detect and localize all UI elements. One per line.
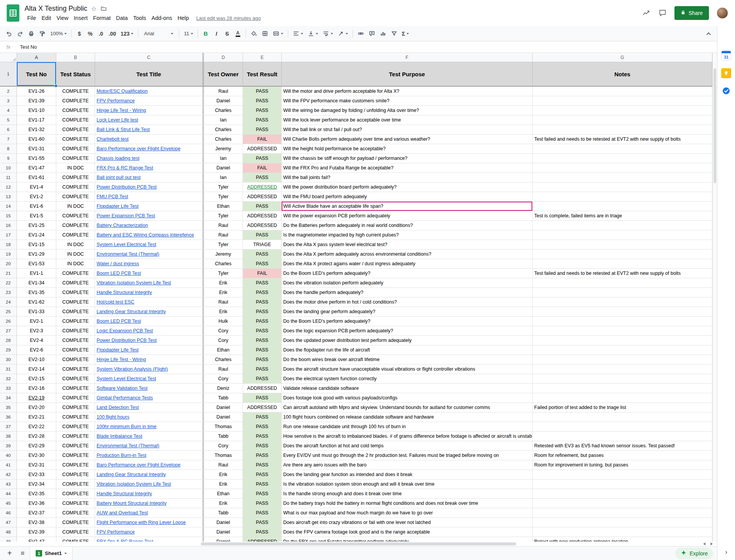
cell-test-purpose[interactable]: Will Charlie Bolts perform adequately ov… <box>282 135 533 144</box>
cell-test-purpose[interactable]: Does the Alta X perform adequately acros… <box>282 250 533 259</box>
cell-test-purpose[interactable]: Is the magnetometer impacted by high cur… <box>282 230 533 240</box>
cell-test-owner[interactable]: Ethan <box>204 202 243 211</box>
row-number[interactable]: 44 <box>0 489 17 499</box>
cell-test-result[interactable]: TRIAGE <box>243 240 282 250</box>
cell-test-purpose[interactable]: Do the Batteries perform adequately in r… <box>282 221 533 230</box>
selection-fill-handle[interactable] <box>54 84 57 87</box>
row-number[interactable]: 39 <box>0 441 17 451</box>
cell-test-no[interactable]: EV2-21 <box>17 412 56 422</box>
cell-test-owner[interactable]: Erik <box>204 499 243 508</box>
cell-test-title[interactable]: Hot/cold test ESC <box>95 297 203 307</box>
decrease-decimal-button[interactable]: .0 <box>96 28 106 39</box>
cell-test-purpose[interactable]: Do the battery trays hold the battery in… <box>282 499 533 508</box>
cell-test-result[interactable]: PASS <box>243 432 282 441</box>
cell-test-title[interactable]: Ball Link & Strut Life Test <box>95 125 203 135</box>
row-number[interactable]: 25 <box>0 307 17 317</box>
cell-test-no[interactable]: EV2-4 <box>17 336 56 345</box>
cell-notes[interactable] <box>533 499 712 508</box>
cell-test-title[interactable]: System Vibration Analysis (Flight) <box>95 365 203 374</box>
header-test-owner[interactable]: Test Owner <box>204 62 243 87</box>
row-number[interactable]: 49 <box>0 537 17 542</box>
scroll-left-button[interactable] <box>701 542 707 546</box>
cell-test-status[interactable]: COMPLETE <box>56 384 95 393</box>
share-button[interactable]: Share <box>674 6 709 20</box>
test-title-link[interactable]: FMU PCB Test <box>97 194 128 199</box>
cell-test-title[interactable]: Vibration Isolation System Life Test <box>95 480 203 489</box>
cell-test-purpose[interactable]: Is the vibration isolation system stron … <box>282 480 533 489</box>
more-formats-button[interactable]: 123 <box>119 28 135 39</box>
row-number[interactable]: 16 <box>0 221 17 230</box>
cell-test-result[interactable]: PASS <box>243 518 282 527</box>
cell-test-status[interactable]: COMPLETE <box>56 326 95 336</box>
cell-test-no[interactable]: EV2-47 <box>17 537 56 542</box>
cell-test-purpose[interactable]: Do the FRX pro and Futaba transmitter pe… <box>282 537 533 542</box>
cell-test-purpose[interactable]: Will the height hold performance be acce… <box>282 144 533 154</box>
row-number[interactable]: 17 <box>0 230 17 240</box>
test-title-link[interactable]: Blade Imbalance Test <box>97 434 142 439</box>
cell-test-no[interactable]: EV1-35 <box>17 288 56 297</box>
cell-notes[interactable]: Room for refinement, but passes <box>533 451 712 460</box>
test-title-link[interactable]: Baro Performance over Flight Envelope <box>97 146 180 151</box>
cell-test-owner[interactable]: Raul <box>204 230 243 240</box>
cell-test-no[interactable]: EV2-15 <box>17 374 56 384</box>
cell-test-result[interactable]: PASS <box>243 508 282 518</box>
redo-button[interactable] <box>15 28 25 39</box>
cell-test-status[interactable]: COMPLETE <box>56 135 95 144</box>
cell-notes[interactable]: Retest with new production antenna locat… <box>533 537 712 542</box>
cell-test-status[interactable]: COMPLETE <box>56 269 95 278</box>
cell-notes[interactable] <box>533 345 712 355</box>
row-number[interactable]: 45 <box>0 499 17 508</box>
row-number[interactable]: 46 <box>0 508 17 518</box>
cell-test-owner[interactable]: Daniel <box>204 412 243 422</box>
sheet-menu-caret-icon[interactable] <box>64 553 67 554</box>
cell-test-owner[interactable]: Raul <box>204 365 243 374</box>
row-number[interactable]: 14 <box>0 202 17 211</box>
cell-test-purpose[interactable]: Every EV/DV unit must go through the 2 h… <box>282 451 533 460</box>
cell-test-owner[interactable]: Daniel <box>204 537 243 542</box>
column-header-d[interactable]: D <box>204 53 243 62</box>
test-title-link[interactable]: Hot/cold test ESC <box>97 299 135 305</box>
cell-test-purpose[interactable]: Does aircraft get into crazy vibrations … <box>282 518 533 527</box>
cell-test-purpose[interactable]: Will the ball joints fail? <box>282 173 533 182</box>
cell-test-no[interactable]: EV1-33 <box>17 307 56 317</box>
cell-test-status[interactable]: IN DOC <box>56 202 95 211</box>
cell-test-title[interactable]: Flight Performance with Ring Lever Loose <box>95 518 203 527</box>
calendar-icon[interactable]: 31 <box>721 51 731 61</box>
cell-notes[interactable] <box>533 250 712 259</box>
cell-notes[interactable]: Test failed and needs to be retested at … <box>533 269 712 278</box>
cell-test-status[interactable]: COMPLETE <box>56 125 95 135</box>
test-title-link[interactable]: Ball Link & Strut Life Test <box>97 127 150 132</box>
cell-test-status[interactable]: COMPLETE <box>56 230 95 240</box>
vertical-align-button[interactable] <box>306 28 320 39</box>
cell-test-no[interactable]: EV2-3 <box>17 326 56 336</box>
cell-test-owner[interactable]: Daniel <box>204 163 243 173</box>
cell-test-result[interactable]: PASS <box>243 355 282 365</box>
column-header-a[interactable]: A <box>17 53 56 62</box>
cell-test-title[interactable]: FRX Pro & RC Range Test <box>95 537 203 542</box>
cell-test-purpose[interactable]: Does the handle perform adequately? <box>282 288 533 297</box>
document-title[interactable]: Alta X Testing Public <box>25 5 87 13</box>
test-title-link[interactable]: Flopdapter Life Test <box>97 347 139 353</box>
cell-test-status[interactable]: COMPLETE <box>56 278 95 288</box>
menu-view[interactable]: View <box>54 15 71 21</box>
cell-notes[interactable] <box>533 384 712 393</box>
avatar[interactable] <box>717 7 728 19</box>
test-title-link[interactable]: Battery and ESC Wiring Compass Interefen… <box>97 232 194 238</box>
cell-notes[interactable]: Failed portion of test added to the tria… <box>533 403 712 412</box>
row-number[interactable]: 8 <box>0 144 17 154</box>
currency-format-button[interactable]: $ <box>74 28 84 39</box>
menu-data[interactable]: Data <box>113 15 131 21</box>
cell-test-purpose[interactable]: Will the chassis be stiff enough for pay… <box>282 154 533 163</box>
hide-side-panel-button[interactable]: › <box>725 548 727 556</box>
cell-test-purpose[interactable]: Does the electrical system function corr… <box>282 374 533 384</box>
cell-notes[interactable] <box>533 374 712 384</box>
test-title-link[interactable]: Power Distribution PCB Test <box>97 184 157 190</box>
cell-test-purpose[interactable]: Can aircraft autoland with Mpro and skyv… <box>282 403 533 412</box>
cell-test-purpose[interactable]: Will the wiring be damaged by folding / … <box>282 106 533 115</box>
cell-notes[interactable] <box>533 297 712 307</box>
row-number[interactable]: 21 <box>0 269 17 278</box>
cell-test-no[interactable]: EV2-38 <box>17 518 56 527</box>
cell-test-no[interactable]: EV1-4 <box>17 182 56 192</box>
cell-test-owner[interactable]: Charles <box>204 259 243 269</box>
cell-test-result[interactable]: PASS <box>243 499 282 508</box>
